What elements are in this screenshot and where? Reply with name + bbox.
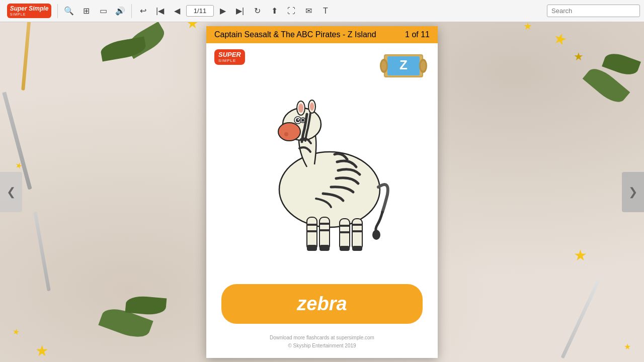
next-page-button[interactable]: ▶ <box>215 3 231 19</box>
email-button[interactable]: ✉ <box>300 3 316 19</box>
page-indicator: 1/11 <box>186 5 214 17</box>
next-slide-button[interactable]: ❯ <box>622 172 644 212</box>
svg-point-11 <box>284 132 288 136</box>
footer-line1: Download more flashcards at supersimple.… <box>206 334 438 342</box>
zebra-image <box>242 89 403 260</box>
card-footer: Download more flashcards at supersimple.… <box>206 334 438 358</box>
card-title: Captain Seasalt & The ABC Pirates - Z Is… <box>214 30 376 39</box>
card-word: zebra <box>297 293 347 314</box>
svg-point-20 <box>310 103 314 111</box>
logo-simple: SIMPLE <box>10 13 49 16</box>
flashcard: Captain Seasalt & The ABC Pirates - Z Is… <box>206 26 438 358</box>
svg-rect-23 <box>340 219 350 250</box>
divider-1 <box>57 4 58 18</box>
svg-rect-28 <box>352 246 362 251</box>
rotate-button[interactable]: ↻ <box>249 3 265 19</box>
zoom-in-button[interactable]: 🔍 <box>61 3 77 19</box>
audio-button[interactable]: 🔊 <box>112 3 128 19</box>
svg-point-10 <box>278 123 300 141</box>
svg-point-8 <box>279 152 380 227</box>
svg-rect-27 <box>340 246 350 251</box>
share-button[interactable]: ⬆ <box>266 3 282 19</box>
main-content: ❮ Captain Seasalt & The ABC Pirates - Z … <box>0 22 644 362</box>
divider-2 <box>131 4 132 18</box>
card-header: Captain Seasalt & The ABC Pirates - Z Is… <box>206 26 438 43</box>
svg-point-16 <box>301 119 304 122</box>
card-word-bar: zebra <box>221 284 423 324</box>
app-logo: Super Simple SIMPLE <box>4 0 54 22</box>
card-logo-simple: SIMPLE <box>218 58 241 63</box>
prev-page-button[interactable]: ◀ <box>169 3 185 19</box>
right-arrow-icon: ❯ <box>628 186 637 199</box>
search-input[interactable] <box>551 7 635 15</box>
first-page-button[interactable]: |◀ <box>152 3 168 19</box>
fullscreen-button[interactable]: ⛶ <box>283 3 299 19</box>
svg-rect-24 <box>352 219 362 250</box>
svg-point-37 <box>372 230 380 240</box>
logo-super: Super Simple <box>10 6 49 12</box>
card-page-num: 1 of 11 <box>405 30 430 39</box>
prev-slide-button[interactable]: ❮ <box>0 172 22 212</box>
fit-page-button[interactable]: ▭ <box>95 3 111 19</box>
search-box <box>547 5 640 17</box>
text-button[interactable]: T <box>317 3 334 19</box>
svg-rect-25 <box>307 245 317 251</box>
svg-point-14 <box>298 119 299 121</box>
svg-point-18 <box>298 104 303 113</box>
last-page-button[interactable]: ▶| <box>232 3 248 19</box>
svg-rect-26 <box>319 245 330 251</box>
grid-view-button[interactable]: ⊞ <box>78 3 94 19</box>
left-arrow-icon: ❮ <box>7 186 16 199</box>
card-image-area <box>206 65 438 284</box>
toolbar: Super Simple SIMPLE 🔍 ⊞ ▭ 🔊 ↩ |◀ ◀ 1/11 … <box>0 0 644 22</box>
step-back-button[interactable]: ↩ <box>135 3 151 19</box>
footer-line2: © Skyship Entertainment 2019 <box>206 342 438 350</box>
card-logo-super: SUPER <box>218 51 241 58</box>
